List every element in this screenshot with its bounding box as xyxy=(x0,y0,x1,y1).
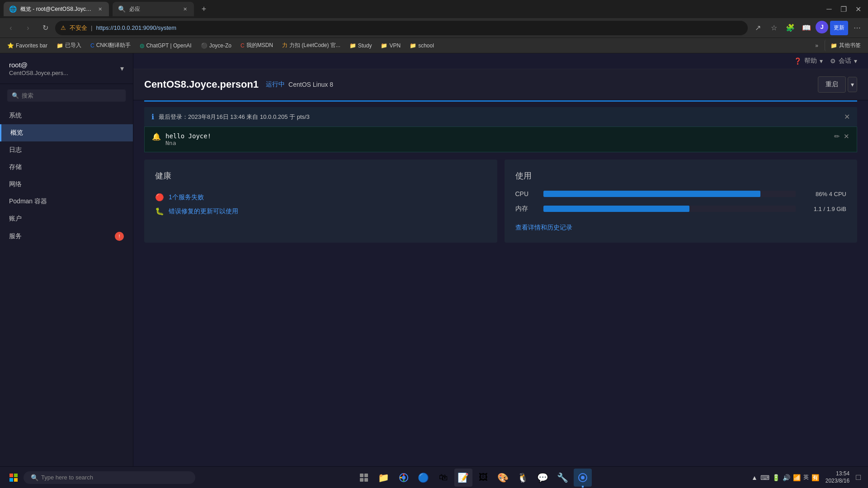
sidebar-item-services[interactable]: 服务 ! xyxy=(0,227,133,245)
taskbar-search-bar[interactable]: 🔍 Type here to search xyxy=(24,471,195,484)
lang-icon[interactable]: 英 xyxy=(803,474,809,481)
sidebar-search: 🔍 xyxy=(0,84,133,107)
taskbar-app-file-explorer[interactable]: 📁 xyxy=(375,469,393,487)
restart-dropdown-button[interactable]: ▾ xyxy=(848,77,857,92)
bookmark-chatgpt[interactable]: ◍ ChatGPT | OpenAI xyxy=(136,41,195,51)
memory-usage-row: 内存 1.1 / 1.9 GiB xyxy=(515,205,847,213)
menu-button[interactable]: ⋯ xyxy=(850,21,864,35)
sidebar-item-logs[interactable]: 日志 xyxy=(0,141,133,159)
tab1-close-button[interactable]: ✕ xyxy=(96,5,104,13)
reading-view-button[interactable]: 📖 xyxy=(799,21,814,35)
health-panel: 健康 🔴 1个服务失败 🐛 错误修复的更新可以使用 xyxy=(144,160,497,243)
sidebar-dropdown-button[interactable]: ▾ xyxy=(120,64,124,73)
bookmark-imported[interactable]: 📁 已导入 xyxy=(53,40,85,51)
notification-close-button[interactable]: ✕ xyxy=(844,132,849,141)
sidebar-item-network[interactable]: 网络 xyxy=(0,176,133,193)
tab2-close-button[interactable]: ✕ xyxy=(181,5,189,13)
bookmarks-more-button[interactable]: » xyxy=(812,41,821,51)
keyboard-icon[interactable]: ⌨ xyxy=(760,474,769,481)
new-tab-button[interactable]: + xyxy=(198,3,210,15)
minimize-button[interactable]: ─ xyxy=(823,3,835,15)
bookmark-favorites[interactable]: ⭐ Favorites bar xyxy=(4,41,51,51)
taskbar-app-penguin[interactable]: 🐧 xyxy=(514,469,532,487)
system-tray: ▲ ⌨ 🔋 🔊 📶 英 🈶 xyxy=(751,474,819,481)
show-hidden-icon[interactable]: ▲ xyxy=(751,474,758,481)
volume-icon[interactable]: 🔊 xyxy=(783,474,790,481)
bookmark-leetcode[interactable]: 力 力扣 (LeetCode) 官... xyxy=(278,40,344,51)
restore-button[interactable]: ❐ xyxy=(837,3,850,15)
svg-rect-0 xyxy=(9,474,13,477)
system-clock[interactable]: 13:54 2023/8/16 xyxy=(822,470,853,484)
health-item-service-fail[interactable]: 🔴 1个服务失败 xyxy=(155,190,486,204)
bookmark-joyce[interactable]: ⚫ Joyce-Zo xyxy=(197,41,235,51)
search-input-wrap[interactable]: 🔍 xyxy=(7,89,126,102)
bookmark-msdn[interactable]: C 我的MSDN xyxy=(237,40,277,51)
cpu-bar xyxy=(543,191,760,197)
reload-button[interactable]: ↻ xyxy=(38,21,52,35)
wifi-icon[interactable]: 📶 xyxy=(793,474,801,481)
taskbar-app-chrome[interactable] xyxy=(395,469,413,487)
bookmark-study[interactable]: 📁 Study xyxy=(346,41,376,51)
cockpit-page-content: ❓ 帮助 ▾ ⚙ 会话 ▾ CentOS8.Joyce.person1 运行中 … xyxy=(133,53,868,466)
bookmark-cnki[interactable]: C CNKI翻译助手 xyxy=(87,40,134,51)
battery-icon[interactable]: 🔋 xyxy=(772,474,780,481)
address-bar[interactable]: ⚠ 不安全 | https://10.0.0.201:9090/system xyxy=(55,21,748,35)
bell-icon: 🔔 xyxy=(152,132,161,141)
bookmark-cnki-icon: C xyxy=(90,42,94,49)
restart-button[interactable]: 重启 xyxy=(818,76,846,93)
forward-button[interactable]: › xyxy=(21,21,35,35)
ime-icon[interactable]: 🈶 xyxy=(811,474,819,481)
taskbar-app-store[interactable]: 🛍 xyxy=(434,469,453,487)
bookmark-school-label: school xyxy=(418,42,434,49)
other-bookmarks[interactable]: 📁 其他书签 xyxy=(825,40,864,51)
health-item-update[interactable]: 🐛 错误修复的更新可以使用 xyxy=(155,204,486,218)
svg-point-9 xyxy=(402,476,406,479)
usage-panel: 使用 CPU 86% 4 CPU 内存 1.1 / 1.9 GiB xyxy=(505,160,858,243)
update-link[interactable]: 错误修复的更新可以使用 xyxy=(169,207,238,216)
sidebar-header: root@ CentOS8.Joyce.pers... ▾ xyxy=(0,53,133,84)
sidebar-item-overview[interactable]: 概览 xyxy=(0,124,133,141)
sidebar-search-input[interactable] xyxy=(22,92,121,99)
sidebar-item-accounts[interactable]: 账户 xyxy=(0,210,133,227)
view-details-link[interactable]: 查看详情和历史记录 xyxy=(515,224,572,232)
tab-overview[interactable]: 🌐 概览 - root@CentOS8.Joyce.person... ✕ xyxy=(4,2,109,16)
gear-icon: ⚙ xyxy=(830,57,836,65)
sidebar-item-accounts-label: 账户 xyxy=(9,215,22,223)
start-button[interactable] xyxy=(4,468,24,488)
bookmark-imported-label: 已导入 xyxy=(65,42,81,49)
share-button[interactable]: ↗ xyxy=(750,21,765,35)
taskbar-app-typora[interactable]: 📝 xyxy=(454,469,472,487)
update-button[interactable]: 更新 xyxy=(830,21,848,35)
taskbar-app-tool[interactable]: 🔧 xyxy=(554,469,572,487)
taskbar-app-chrome2[interactable] xyxy=(574,469,592,487)
system-title-info: CentOS8.Joyce.person1 运行中 CentOS Linux 8 xyxy=(144,79,333,90)
sidebar-item-system[interactable]: 系统 xyxy=(0,107,133,124)
bookmark-school[interactable]: 📁 school xyxy=(406,41,438,51)
settings-gear-button[interactable]: ⚙ 会话 ▾ xyxy=(830,57,857,65)
profile-button[interactable]: J xyxy=(816,21,828,33)
notification-center-button[interactable]: □ xyxy=(856,473,861,482)
taskbar-app-photos[interactable]: 🖼 xyxy=(474,469,492,487)
sidebar-item-logs-label: 日志 xyxy=(9,146,22,154)
help-button[interactable]: ❓ 帮助 ▾ xyxy=(794,57,823,65)
sidebar-item-overview-label: 概览 xyxy=(10,129,23,137)
last-login-close-button[interactable]: ✕ xyxy=(844,113,850,121)
taskbar-apps: 📁 🔵 🛍 📝 🖼 🎨 🐧 💬 🔧 xyxy=(195,469,751,487)
bookmark-vpn[interactable]: 📁 VPN xyxy=(377,41,404,51)
sidebar-item-podman[interactable]: Podman 容器 xyxy=(0,193,133,210)
chrome2-icon xyxy=(578,473,587,482)
address-url: https://10.0.0.201:9090/system xyxy=(96,24,176,31)
notification-edit-button[interactable]: ✏ xyxy=(834,132,840,141)
tab-bing[interactable]: 🔍 必应 ✕ xyxy=(113,2,194,16)
taskbar-app-wechat[interactable]: 💬 xyxy=(534,469,552,487)
sidebar-item-storage[interactable]: 存储 xyxy=(0,159,133,176)
taskbar-app-app8[interactable]: 🎨 xyxy=(494,469,512,487)
extensions-button[interactable]: 🧩 xyxy=(783,21,797,35)
browser-actions: ↗ ☆ 🧩 📖 J 更新 ⋯ xyxy=(750,21,864,35)
taskbar-app-task-view[interactable] xyxy=(355,469,373,487)
taskbar-app-edge[interactable]: 🔵 xyxy=(415,469,433,487)
close-button[interactable]: ✕ xyxy=(852,3,864,15)
back-button[interactable]: ‹ xyxy=(4,21,18,35)
favorites-button[interactable]: ☆ xyxy=(767,21,781,35)
service-fail-link[interactable]: 1个服务失败 xyxy=(169,193,204,202)
